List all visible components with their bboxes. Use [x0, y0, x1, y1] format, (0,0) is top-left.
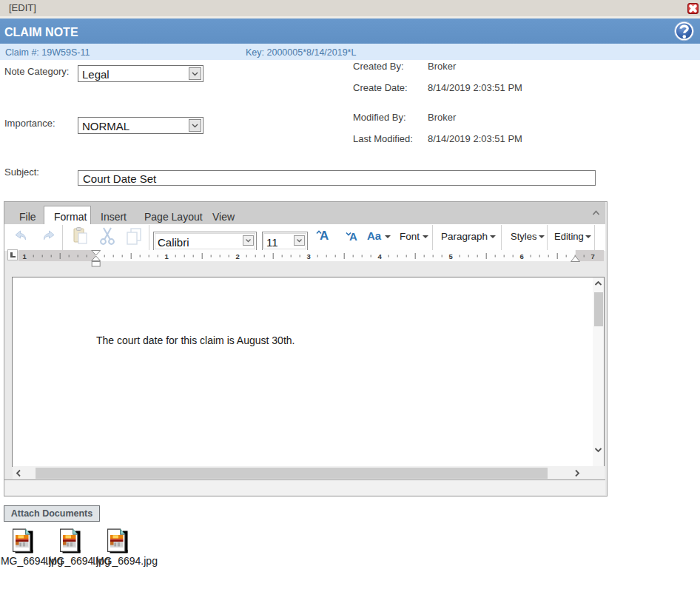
- svg-text:1: 1: [165, 252, 169, 260]
- svg-text:5: 5: [449, 252, 454, 260]
- svg-text:3: 3: [307, 252, 311, 260]
- svg-text:4: 4: [378, 252, 383, 260]
- svg-text:2: 2: [236, 252, 240, 260]
- svg-text:6: 6: [520, 252, 524, 260]
- svg-text:7: 7: [591, 252, 595, 260]
- svg-text:1: 1: [23, 252, 27, 260]
